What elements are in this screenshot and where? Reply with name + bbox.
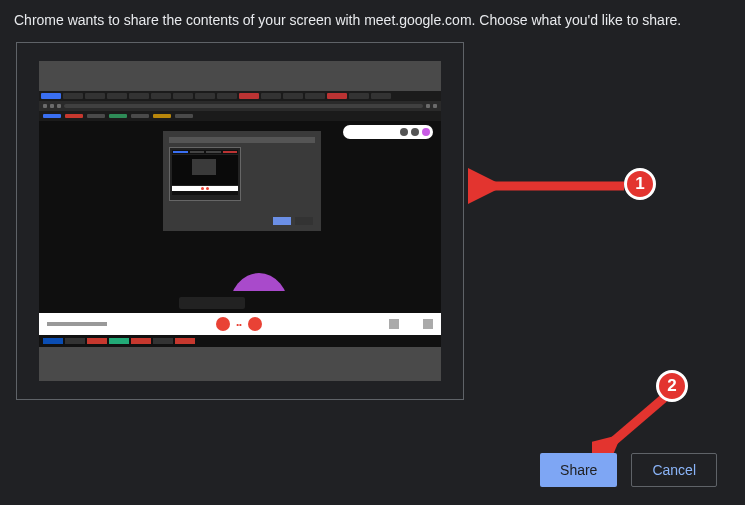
preview-caption-strip [39,291,441,313]
callout-badge-1: 1 [624,168,656,200]
arrow-annotation-2 [592,394,672,458]
dialog-footer: Share Cancel [540,453,717,487]
cancel-button[interactable]: Cancel [631,453,717,487]
preview-bookmarks-row [39,111,441,121]
preview-taskbar [39,335,441,347]
screen-preview: •• [39,61,441,381]
nested-share-dialog [163,131,321,231]
preview-address-row [39,101,441,111]
nested-cancel-button [295,217,313,225]
svg-line-1 [608,398,664,446]
preview-bottom-letterbox [39,347,441,381]
preview-top-letterbox [39,61,441,91]
nested-share-button [273,217,291,225]
screen-thumbnail[interactable]: •• [16,42,464,400]
prompt-text: Chrome wants to share the contents of yo… [0,0,745,34]
share-button[interactable]: Share [540,453,617,487]
nested-thumbnail [169,147,241,201]
preview-tabs-row [39,91,441,101]
preview-toolbar-pill [343,125,433,139]
preview-content [39,121,441,291]
preview-meet-controls: •• [39,313,441,335]
callout-badge-2: 2 [656,370,688,402]
arrow-annotation-1 [468,168,628,204]
